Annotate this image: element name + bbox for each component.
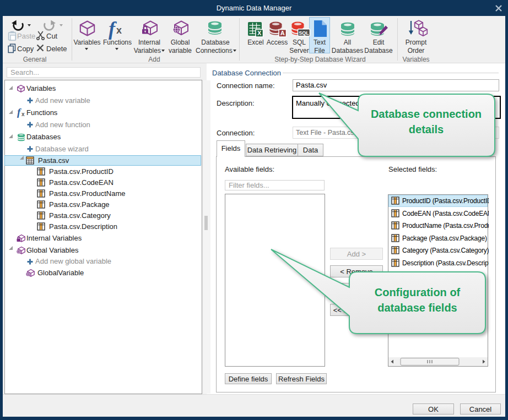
svg-text:X: X — [257, 30, 262, 36]
svg-text:A: A — [280, 30, 285, 36]
svg-text:SQL: SQL — [299, 30, 309, 36]
